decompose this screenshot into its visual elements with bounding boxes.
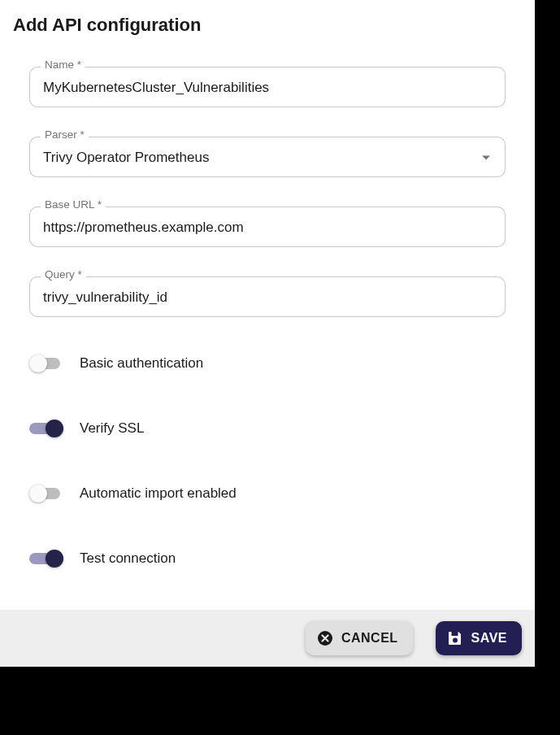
test-connection-toggle[interactable] <box>29 550 65 568</box>
auto-import-label: Automatic import enabled <box>80 485 237 502</box>
close-icon <box>317 630 333 646</box>
base-url-field-group: Base URL * <box>29 207 506 247</box>
svg-point-2 <box>453 638 458 643</box>
dialog-title: Add API configuration <box>0 0 535 46</box>
basic-auth-toggle[interactable] <box>29 354 65 372</box>
auto-import-row: Automatic import enabled <box>29 483 506 504</box>
query-input[interactable] <box>29 276 506 317</box>
base-url-input[interactable] <box>29 207 506 247</box>
parser-select[interactable]: Trivy Operator Prometheus <box>29 137 506 177</box>
api-config-dialog: Add API configuration Name * Parser * Tr… <box>0 0 535 667</box>
toggles-section: Basic authentication Verify SSL Automati… <box>29 353 506 569</box>
verify-ssl-row: Verify SSL <box>29 418 506 439</box>
name-label: Name * <box>41 59 85 71</box>
svg-rect-1 <box>451 632 458 636</box>
base-url-label: Base URL * <box>41 198 106 211</box>
dialog-content: Name * Parser * Trivy Operator Prometheu… <box>0 46 535 610</box>
name-field-group: Name * <box>29 67 506 107</box>
basic-auth-label: Basic authentication <box>80 355 203 372</box>
cancel-button-label: CANCEL <box>341 631 398 646</box>
test-connection-row: Test connection <box>29 548 506 569</box>
name-input[interactable] <box>29 67 506 107</box>
cancel-button[interactable]: CANCEL <box>306 621 413 655</box>
basic-auth-row: Basic authentication <box>29 353 506 374</box>
parser-field-group: Parser * Trivy Operator Prometheus <box>29 137 506 177</box>
verify-ssl-toggle[interactable] <box>29 420 65 437</box>
save-button[interactable]: SAVE <box>436 621 522 655</box>
auto-import-toggle[interactable] <box>29 485 65 502</box>
query-field-group: Query * <box>29 276 506 317</box>
parser-select-wrapper: Trivy Operator Prometheus <box>29 137 506 177</box>
dialog-actions: CANCEL SAVE <box>0 610 535 667</box>
save-button-label: SAVE <box>471 631 507 646</box>
test-connection-label: Test connection <box>80 550 176 567</box>
save-icon <box>447 630 463 646</box>
parser-label: Parser * <box>41 128 89 141</box>
query-label: Query * <box>41 268 86 281</box>
verify-ssl-label: Verify SSL <box>80 420 144 437</box>
